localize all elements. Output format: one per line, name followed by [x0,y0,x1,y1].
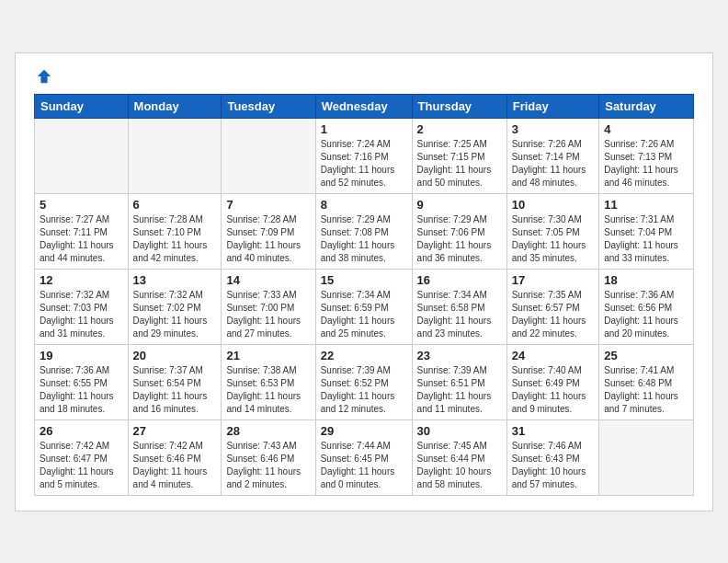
day-info: Sunrise: 7:26 AM Sunset: 7:13 PM Dayligh… [604,138,688,190]
calendar-cell: 24Sunrise: 7:40 AM Sunset: 6:49 PM Dayli… [506,344,599,419]
day-info: Sunrise: 7:26 AM Sunset: 7:14 PM Dayligh… [512,138,595,190]
day-number: 19 [40,349,123,362]
day-info: Sunrise: 7:32 AM Sunset: 7:03 PM Dayligh… [40,289,123,340]
calendar-cell: 7Sunrise: 7:28 AM Sunset: 7:09 PM Daylig… [222,193,315,269]
day-info: Sunrise: 7:32 AM Sunset: 7:02 PM Dayligh… [133,289,217,340]
weekday-header-friday: Friday [506,94,599,118]
day-number: 28 [226,424,310,438]
calendar-cell: 10Sunrise: 7:30 AM Sunset: 7:05 PM Dayli… [506,193,599,269]
day-info: Sunrise: 7:38 AM Sunset: 6:53 PM Dayligh… [226,364,310,416]
day-number: 31 [512,424,595,438]
day-info: Sunrise: 7:39 AM Sunset: 6:51 PM Dayligh… [417,364,502,416]
calendar-cell: 26Sunrise: 7:42 AM Sunset: 6:47 PM Dayli… [35,419,129,495]
week-row-2: 5Sunrise: 7:27 AM Sunset: 7:11 PM Daylig… [35,193,694,269]
weekday-header-saturday: Saturday [599,94,694,118]
weekday-header-monday: Monday [128,94,222,118]
day-number: 4 [604,122,688,136]
day-info: Sunrise: 7:44 AM Sunset: 6:45 PM Dayligh… [321,440,407,491]
day-number: 9 [417,198,502,212]
calendar-cell [222,118,315,193]
day-number: 29 [321,424,407,438]
day-info: Sunrise: 7:40 AM Sunset: 6:49 PM Dayligh… [512,364,595,416]
calendar-cell: 11Sunrise: 7:31 AM Sunset: 7:04 PM Dayli… [599,193,694,269]
day-info: Sunrise: 7:24 AM Sunset: 7:16 PM Dayligh… [321,138,407,190]
logo-icon [36,68,52,85]
calendar-cell: 31Sunrise: 7:46 AM Sunset: 6:43 PM Dayli… [506,419,599,495]
day-info: Sunrise: 7:30 AM Sunset: 7:05 PM Dayligh… [512,213,595,265]
calendar-cell: 29Sunrise: 7:44 AM Sunset: 6:45 PM Dayli… [315,419,412,495]
calendar-cell: 5Sunrise: 7:27 AM Sunset: 7:11 PM Daylig… [35,193,129,269]
weekday-header-wednesday: Wednesday [315,94,412,118]
calendar-cell: 25Sunrise: 7:41 AM Sunset: 6:48 PM Dayli… [599,344,694,419]
day-info: Sunrise: 7:36 AM Sunset: 6:56 PM Dayligh… [604,289,688,340]
day-number: 2 [417,122,502,136]
day-info: Sunrise: 7:36 AM Sunset: 6:55 PM Dayligh… [40,364,123,416]
day-info: Sunrise: 7:37 AM Sunset: 6:54 PM Dayligh… [133,364,217,416]
weekday-header-row: SundayMondayTuesdayWednesdayThursdayFrid… [35,94,694,118]
day-info: Sunrise: 7:29 AM Sunset: 7:08 PM Dayligh… [321,213,407,265]
week-row-5: 26Sunrise: 7:42 AM Sunset: 6:47 PM Dayli… [35,419,694,495]
day-info: Sunrise: 7:42 AM Sunset: 6:47 PM Dayligh… [40,440,123,491]
day-number: 25 [604,349,688,362]
day-info: Sunrise: 7:33 AM Sunset: 7:00 PM Dayligh… [226,289,310,340]
day-info: Sunrise: 7:45 AM Sunset: 6:44 PM Dayligh… [417,440,502,491]
day-number: 7 [226,198,310,212]
day-number: 26 [40,424,123,438]
week-row-1: 1Sunrise: 7:24 AM Sunset: 7:16 PM Daylig… [35,118,694,193]
day-number: 15 [321,273,407,287]
day-number: 13 [133,273,217,287]
calendar-cell: 16Sunrise: 7:34 AM Sunset: 6:58 PM Dayli… [412,269,506,344]
day-number: 5 [40,198,123,212]
day-number: 17 [512,273,595,287]
day-number: 6 [133,198,217,212]
calendar-cell: 20Sunrise: 7:37 AM Sunset: 6:54 PM Dayli… [128,344,222,419]
week-row-4: 19Sunrise: 7:36 AM Sunset: 6:55 PM Dayli… [35,344,694,419]
day-number: 20 [133,349,217,362]
day-number: 27 [133,424,217,438]
calendar-cell: 1Sunrise: 7:24 AM Sunset: 7:16 PM Daylig… [315,118,412,193]
svg-marker-0 [38,69,51,82]
day-number: 14 [226,273,310,287]
day-number: 1 [321,122,407,136]
calendar-cell: 18Sunrise: 7:36 AM Sunset: 6:56 PM Dayli… [599,269,694,344]
calendar-cell: 17Sunrise: 7:35 AM Sunset: 6:57 PM Dayli… [506,269,599,344]
day-info: Sunrise: 7:46 AM Sunset: 6:43 PM Dayligh… [512,440,595,491]
calendar-cell: 21Sunrise: 7:38 AM Sunset: 6:53 PM Dayli… [222,344,315,419]
weekday-header-sunday: Sunday [35,94,129,118]
weekday-header-thursday: Thursday [412,94,506,118]
day-info: Sunrise: 7:28 AM Sunset: 7:10 PM Dayligh… [133,213,217,265]
day-info: Sunrise: 7:29 AM Sunset: 7:06 PM Dayligh… [417,213,502,265]
day-number: 22 [321,349,407,362]
logo [34,68,52,85]
calendar-container: SundayMondayTuesdayWednesdayThursdayFrid… [15,52,713,511]
calendar-cell [599,419,694,495]
calendar-cell: 23Sunrise: 7:39 AM Sunset: 6:51 PM Dayli… [412,344,506,419]
day-info: Sunrise: 7:41 AM Sunset: 6:48 PM Dayligh… [604,364,688,416]
day-info: Sunrise: 7:43 AM Sunset: 6:46 PM Dayligh… [226,440,310,491]
calendar-table: SundayMondayTuesdayWednesdayThursdayFrid… [34,94,694,496]
calendar-cell: 19Sunrise: 7:36 AM Sunset: 6:55 PM Dayli… [35,344,129,419]
calendar-cell: 15Sunrise: 7:34 AM Sunset: 6:59 PM Dayli… [315,269,412,344]
calendar-cell: 13Sunrise: 7:32 AM Sunset: 7:02 PM Dayli… [128,269,222,344]
day-number: 21 [226,349,310,362]
day-info: Sunrise: 7:35 AM Sunset: 6:57 PM Dayligh… [512,289,595,340]
day-info: Sunrise: 7:28 AM Sunset: 7:09 PM Dayligh… [226,213,310,265]
day-info: Sunrise: 7:31 AM Sunset: 7:04 PM Dayligh… [604,213,688,265]
day-info: Sunrise: 7:34 AM Sunset: 6:58 PM Dayligh… [417,289,502,340]
day-number: 12 [40,273,123,287]
calendar-cell: 3Sunrise: 7:26 AM Sunset: 7:14 PM Daylig… [506,118,599,193]
calendar-cell: 28Sunrise: 7:43 AM Sunset: 6:46 PM Dayli… [222,419,315,495]
day-number: 24 [512,349,595,362]
day-number: 16 [417,273,502,287]
day-info: Sunrise: 7:34 AM Sunset: 6:59 PM Dayligh… [321,289,407,340]
day-number: 30 [417,424,502,438]
calendar-cell: 6Sunrise: 7:28 AM Sunset: 7:10 PM Daylig… [128,193,222,269]
calendar-cell: 2Sunrise: 7:25 AM Sunset: 7:15 PM Daylig… [412,118,506,193]
day-info: Sunrise: 7:27 AM Sunset: 7:11 PM Dayligh… [40,213,123,265]
day-info: Sunrise: 7:25 AM Sunset: 7:15 PM Dayligh… [417,138,502,190]
calendar-cell [35,118,129,193]
day-number: 11 [604,198,688,212]
calendar-cell: 12Sunrise: 7:32 AM Sunset: 7:03 PM Dayli… [35,269,129,344]
calendar-cell: 22Sunrise: 7:39 AM Sunset: 6:52 PM Dayli… [315,344,412,419]
week-row-3: 12Sunrise: 7:32 AM Sunset: 7:03 PM Dayli… [35,269,694,344]
